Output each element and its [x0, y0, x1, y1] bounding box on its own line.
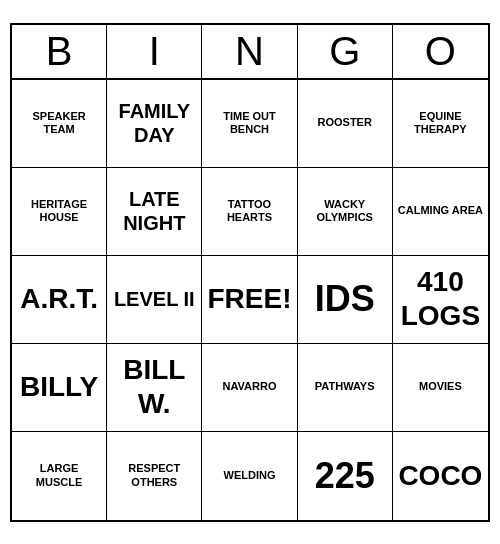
bingo-cell-6: LATE NIGHT [107, 168, 202, 256]
bingo-cell-21: RESPECT OTHERS [107, 432, 202, 520]
bingo-cell-16: BILL W. [107, 344, 202, 432]
bingo-cell-7: TATTOO HEARTS [202, 168, 297, 256]
bingo-cell-0: SPEAKER TEAM [12, 80, 107, 168]
header-letter-b: B [12, 25, 107, 78]
bingo-cell-5: HERITAGE HOUSE [12, 168, 107, 256]
bingo-cell-1: FAMILY DAY [107, 80, 202, 168]
bingo-cell-22: WELDING [202, 432, 297, 520]
bingo-header: BINGO [12, 25, 488, 80]
bingo-grid: SPEAKER TEAMFAMILY DAYTIME OUT BENCHROOS… [12, 80, 488, 520]
bingo-card: BINGO SPEAKER TEAMFAMILY DAYTIME OUT BEN… [10, 23, 490, 522]
bingo-cell-9: CALMING AREA [393, 168, 488, 256]
header-letter-o: O [393, 25, 488, 78]
bingo-cell-17: NAVARRO [202, 344, 297, 432]
bingo-cell-13: IDS [298, 256, 393, 344]
bingo-cell-10: A.R.T. [12, 256, 107, 344]
bingo-cell-8: WACKY OLYMPICS [298, 168, 393, 256]
bingo-cell-4: EQUINE THERAPY [393, 80, 488, 168]
bingo-cell-18: PATHWAYS [298, 344, 393, 432]
bingo-cell-15: BILLY [12, 344, 107, 432]
header-letter-g: G [298, 25, 393, 78]
header-letter-n: N [202, 25, 297, 78]
bingo-cell-2: TIME OUT BENCH [202, 80, 297, 168]
bingo-cell-23: 225 [298, 432, 393, 520]
bingo-cell-14: 410 LOGS [393, 256, 488, 344]
header-letter-i: I [107, 25, 202, 78]
bingo-cell-3: ROOSTER [298, 80, 393, 168]
bingo-cell-12: FREE! [202, 256, 297, 344]
bingo-cell-24: COCO [393, 432, 488, 520]
bingo-cell-11: LEVEL II [107, 256, 202, 344]
bingo-cell-20: LARGE MUSCLE [12, 432, 107, 520]
bingo-cell-19: MOVIES [393, 344, 488, 432]
